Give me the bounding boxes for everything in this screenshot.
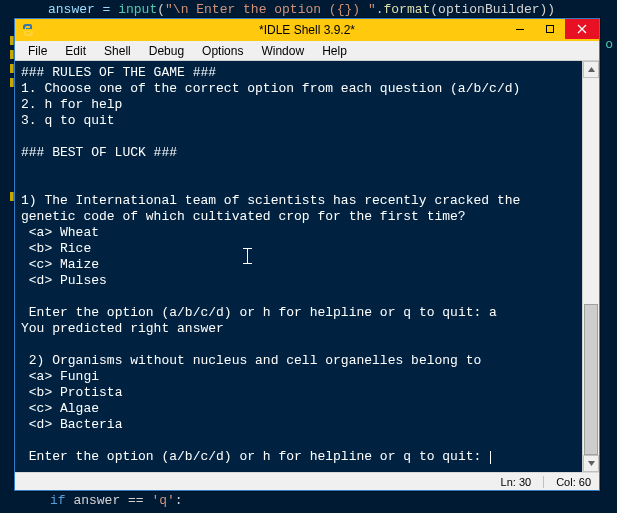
window-controls bbox=[505, 19, 599, 39]
shell-line: You predicted right answer bbox=[21, 321, 576, 337]
python-icon bbox=[21, 23, 35, 37]
statusbar: Ln: 30 Col: 60 bbox=[15, 472, 599, 490]
status-col: Col: 60 bbox=[556, 476, 591, 488]
shell-line: 2) Organisms without nucleus and cell or… bbox=[21, 353, 576, 369]
menu-window[interactable]: Window bbox=[252, 42, 313, 60]
bg-code-fragment: o bbox=[605, 36, 613, 53]
shell-line bbox=[21, 161, 576, 177]
titlebar[interactable]: *IDLE Shell 3.9.2* bbox=[15, 19, 599, 41]
shell-line: <b> Rice bbox=[21, 241, 576, 257]
shell-line bbox=[21, 433, 576, 449]
shell-line: 1. Choose one of the correct option from… bbox=[21, 81, 576, 97]
shell-output[interactable]: ### RULES OF THE GAME ###1. Choose one o… bbox=[15, 61, 582, 472]
shell-line: <a> Wheat bbox=[21, 225, 576, 241]
menu-edit[interactable]: Edit bbox=[56, 42, 95, 60]
shell-line bbox=[21, 289, 576, 305]
scroll-thumb[interactable] bbox=[584, 304, 598, 455]
menubar: File Edit Shell Debug Options Window Hel… bbox=[15, 41, 599, 61]
minimize-button[interactable] bbox=[505, 19, 535, 39]
editor-gutter bbox=[0, 0, 14, 513]
shell-line: 3. q to quit bbox=[21, 113, 576, 129]
menu-shell[interactable]: Shell bbox=[95, 42, 140, 60]
scroll-track[interactable] bbox=[583, 78, 599, 455]
scroll-down-button[interactable] bbox=[583, 455, 599, 472]
shell-line bbox=[21, 337, 576, 353]
shell-line: <d> Bacteria bbox=[21, 417, 576, 433]
shell-line bbox=[21, 129, 576, 145]
shell-line: ### RULES OF THE GAME ### bbox=[21, 65, 576, 81]
vertical-scrollbar[interactable] bbox=[582, 61, 599, 472]
status-line: Ln: 30 bbox=[501, 476, 532, 488]
svg-rect-1 bbox=[547, 26, 554, 33]
status-separator bbox=[543, 476, 544, 488]
scroll-up-button[interactable] bbox=[583, 61, 599, 78]
shell-line: <b> Protista bbox=[21, 385, 576, 401]
menu-help[interactable]: Help bbox=[313, 42, 356, 60]
bg-code-line-if: if answer == 'q': bbox=[50, 492, 183, 509]
shell-line: <a> Fungi bbox=[21, 369, 576, 385]
menu-options[interactable]: Options bbox=[193, 42, 252, 60]
shell-line: <c> Algae bbox=[21, 401, 576, 417]
close-button[interactable] bbox=[565, 19, 599, 39]
shell-line: <c> Maize bbox=[21, 257, 576, 273]
menu-debug[interactable]: Debug bbox=[140, 42, 193, 60]
shell-line: 1) The International team of scientists … bbox=[21, 193, 576, 225]
shell-prompt-line: Enter the option (a/b/c/d) or h for help… bbox=[21, 449, 576, 465]
svg-rect-0 bbox=[516, 29, 524, 30]
shell-line bbox=[21, 177, 576, 193]
bg-code-line: answer = input("\n Enter the option ({})… bbox=[48, 1, 555, 18]
maximize-button[interactable] bbox=[535, 19, 565, 39]
menu-file[interactable]: File bbox=[19, 42, 56, 60]
shell-line: 2. h for help bbox=[21, 97, 576, 113]
idle-shell-window: *IDLE Shell 3.9.2* File Edit Shell Debug… bbox=[14, 18, 600, 491]
shell-area: ### RULES OF THE GAME ###1. Choose one o… bbox=[15, 61, 599, 472]
shell-line: Enter the option (a/b/c/d) or h for help… bbox=[21, 305, 576, 321]
text-cursor bbox=[490, 451, 491, 464]
shell-prompt-text: Enter the option (a/b/c/d) or h for help… bbox=[21, 449, 489, 464]
shell-line: ### BEST OF LUCK ### bbox=[21, 145, 576, 161]
shell-line: <d> Pulses bbox=[21, 273, 576, 289]
